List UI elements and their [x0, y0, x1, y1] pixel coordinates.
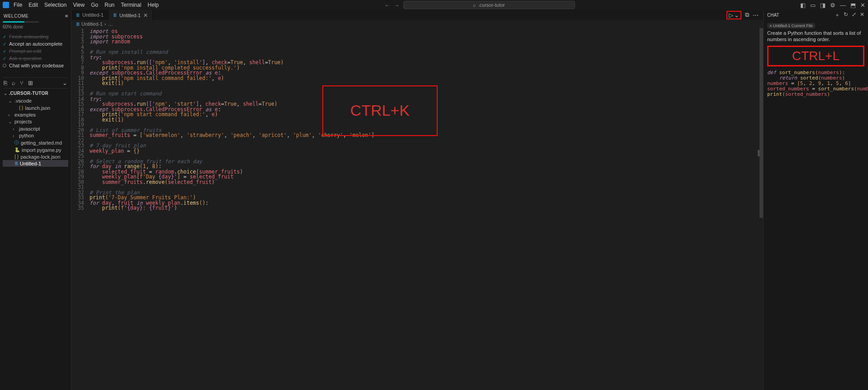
code-line[interactable]: print('npm install command failed:', e): [90, 76, 763, 81]
close-tab-icon[interactable]: ✕: [143, 12, 148, 19]
tree-row[interactable]: ⓘgetting_started.md: [3, 139, 68, 146]
close-icon[interactable]: ✕: [860, 2, 865, 9]
welcome-title: WELCOME: [4, 14, 28, 19]
chat-context-tag[interactable]: ≡ Untitled-1 Current File: [767, 23, 815, 28]
onboard-item[interactable]: ✓Accept an autocomplete: [3, 40, 68, 47]
menu-run[interactable]: Run: [104, 2, 114, 8]
breadcrumb-file: Untitled-1: [81, 21, 103, 27]
onboard-label: Accept an autocomplete: [9, 41, 62, 47]
tab-controls: ▷⌄⧉⋯: [726, 10, 763, 20]
code[interactable]: import osimport subprocessimport random#…: [90, 29, 763, 390]
menu-go[interactable]: Go: [91, 2, 98, 8]
onboard-label: Finish onboarding: [9, 34, 48, 39]
search-icon[interactable]: ⌕: [12, 80, 15, 86]
tree-row[interactable]: ≣Untitled-1: [3, 160, 68, 167]
chevron-down-icon[interactable]: ⌄: [62, 80, 67, 86]
history-icon[interactable]: ↻: [844, 11, 848, 19]
file-icon: 🐍: [14, 147, 20, 152]
menu-file[interactable]: File: [14, 2, 22, 8]
command-center[interactable]: ⌕ .cursor-tutor: [403, 1, 575, 9]
code-line[interactable]: weekly_plan = {}: [90, 149, 763, 154]
menu-selection[interactable]: Selection: [44, 2, 66, 8]
menu-bar: File Edit Selection View Go Run Terminal…: [14, 2, 159, 8]
editor-tab[interactable]: ≣Untitled-1✕: [108, 10, 153, 20]
onboard-item[interactable]: ✓Finish onboarding: [3, 33, 68, 40]
extensions-icon[interactable]: ⊞: [28, 80, 33, 86]
chat-header: CHAT ＋↻⤢✕: [764, 10, 868, 20]
menu-edit[interactable]: Edit: [28, 2, 38, 8]
menu-terminal[interactable]: Terminal: [121, 2, 141, 8]
layout-bottom-icon[interactable]: ▭: [810, 2, 816, 9]
tree-row[interactable]: 🐍import pygame.py: [3, 146, 68, 153]
menu-help[interactable]: Help: [148, 2, 159, 8]
welcome-panel: WELCOME ✕ 60% done ✓Finish onboarding✓Ac…: [0, 10, 71, 390]
layout-panel-right-icon[interactable]: ◨: [820, 2, 826, 9]
overlay-ctrl-k: CTRL+K: [322, 85, 438, 136]
tree-row[interactable]: ⌄projects: [3, 118, 68, 125]
editor-scrollbar[interactable]: [760, 28, 763, 390]
code-line[interactable]: print(f'{day}: {fruit}'): [90, 206, 763, 211]
nav-back-icon[interactable]: ←: [384, 2, 390, 9]
code-line[interactable]: import subprocess: [90, 34, 763, 40]
tree-label: examples: [14, 112, 36, 117]
tab-label: Untitled-1: [119, 13, 141, 18]
progress-text: 60% done: [3, 24, 68, 29]
explorer-tree: ⌄ .CURSOR-TUTOR ⌄.vscode{ }launch.json›e…: [3, 89, 68, 167]
expand-icon[interactable]: ⤢: [852, 11, 856, 19]
more-icon[interactable]: ⋯: [753, 12, 759, 19]
code-line[interactable]: summer_fruits.remove(selected_fruit): [90, 180, 763, 185]
tree-row[interactable]: ›examples: [3, 111, 68, 118]
progress-track: [3, 21, 39, 23]
chat-title: CHAT: [767, 13, 779, 18]
code-line[interactable]: # Run npm install command: [90, 50, 763, 55]
editor-tab[interactable]: ≣Untitled-1: [71, 10, 108, 20]
file-icon: { }: [14, 154, 19, 159]
welcome-close-icon[interactable]: ✕: [65, 14, 69, 19]
file-icon: ≣: [76, 13, 80, 18]
onboard-item[interactable]: Chat with your codebase: [3, 62, 68, 69]
tab-label: Untitled-1: [82, 12, 104, 18]
onboard-label: Ask a question: [9, 56, 42, 61]
tree-label: Untitled-1: [20, 161, 41, 166]
settings-gear-icon[interactable]: ⚙: [830, 2, 835, 9]
title-right: ◧▭◨⚙—⬒✕: [800, 2, 865, 9]
code-line[interactable]: # Select a random fruit for each day: [90, 159, 763, 164]
code-line[interactable]: [90, 45, 763, 50]
layout-panel-left-icon[interactable]: ◧: [800, 2, 806, 9]
nav-forward-icon[interactable]: →: [394, 2, 400, 9]
menu-view[interactable]: View: [73, 2, 85, 8]
code-line[interactable]: # 7-day fruit plan: [90, 143, 763, 149]
tree-row[interactable]: ›python: [3, 132, 68, 139]
code-line[interactable]: import random: [90, 39, 763, 45]
check-icon: ✓: [3, 42, 6, 47]
code-body[interactable]: 1234567891011121314151617181920212223242…: [71, 28, 763, 390]
code-line[interactable]: import os: [90, 29, 763, 34]
tree-row[interactable]: ›javascript: [3, 125, 68, 132]
close-icon[interactable]: ✕: [860, 11, 864, 19]
plus-icon[interactable]: ＋: [835, 11, 840, 19]
branch-icon[interactable]: ⑂: [20, 80, 24, 86]
run-chevron-icon[interactable]: ⌄: [734, 12, 739, 19]
tree-row[interactable]: ⌄.vscode: [3, 97, 68, 104]
split-editor-icon[interactable]: ⧉: [745, 11, 749, 19]
onboard-label: Chat with your codebase: [9, 63, 64, 68]
code-line[interactable]: [90, 138, 763, 144]
tree-label: package-lock.json: [20, 154, 60, 160]
scrollbar-thumb[interactable]: [760, 28, 763, 218]
code-line[interactable]: [90, 185, 763, 190]
code-line[interactable]: for day, fruit in weekly_plan.items():: [90, 201, 763, 206]
tree-row[interactable]: { }launch.json: [3, 104, 68, 111]
onboard-label: Prompt an edit: [9, 48, 42, 54]
tree-root[interactable]: ⌄ .CURSOR-TUTOR: [3, 89, 68, 97]
run-group: ▷⌄: [726, 11, 741, 19]
onboard-item[interactable]: ✓Prompt an edit: [3, 47, 68, 55]
onboard-item[interactable]: ✓Ask a question: [3, 55, 68, 62]
breadcrumbs[interactable]: ≣ Untitled-1 › …: [71, 20, 763, 28]
minimize-icon[interactable]: —: [840, 2, 846, 9]
run-icon[interactable]: ▷: [729, 12, 733, 19]
search-icon: ⌕: [473, 2, 476, 8]
tree-row[interactable]: { }package-lock.json: [3, 153, 68, 160]
new-file-icon[interactable]: ⎘: [4, 80, 7, 86]
maximize-icon[interactable]: ⬒: [850, 2, 856, 9]
tree-label: python: [19, 133, 34, 138]
